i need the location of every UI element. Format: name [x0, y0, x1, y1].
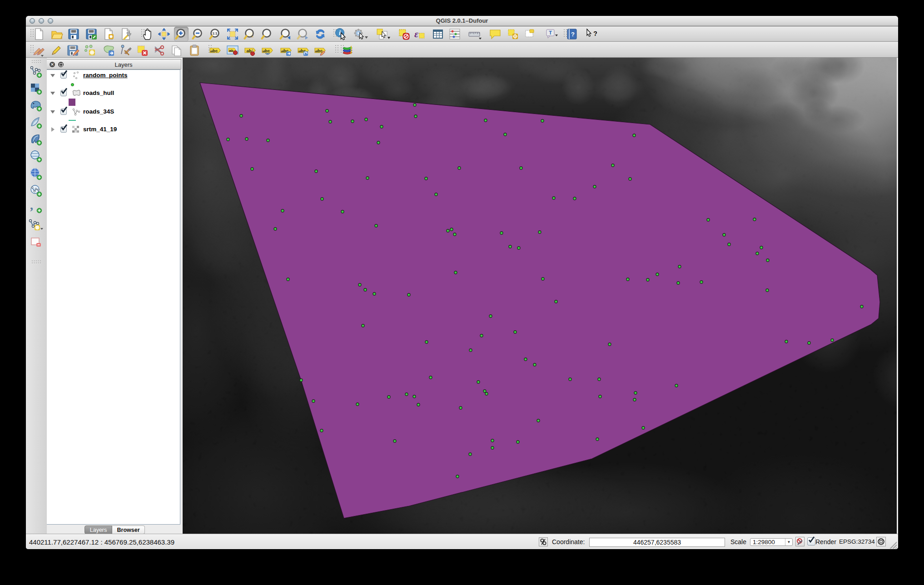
svg-text:T: T: [549, 30, 552, 35]
svg-text:,: ,: [30, 200, 33, 212]
svg-text:1:1: 1:1: [213, 31, 218, 35]
svg-text:ab: ab: [229, 49, 233, 53]
svg-text:?: ?: [571, 31, 575, 38]
svg-text:?: ?: [593, 30, 597, 37]
svg-text:ε: ε: [414, 28, 418, 40]
svg-text:i: i: [339, 30, 341, 36]
